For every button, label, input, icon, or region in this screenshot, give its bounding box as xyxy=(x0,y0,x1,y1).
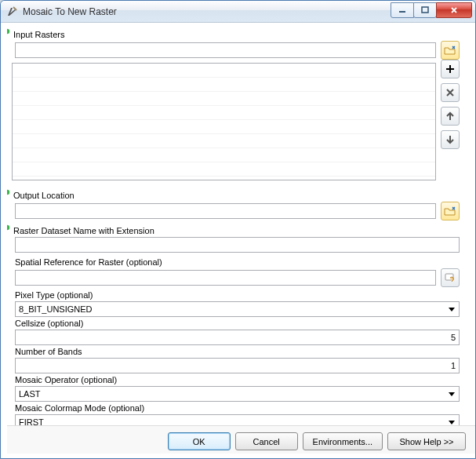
output-location-input[interactable] xyxy=(15,203,436,219)
required-marker-icon xyxy=(7,224,10,231)
svg-rect-1 xyxy=(422,7,428,13)
input-rasters-label: Input Rasters xyxy=(13,30,64,39)
browse-output-location-button[interactable] xyxy=(441,202,460,220)
move-down-button[interactable] xyxy=(441,130,460,149)
show-help-button[interactable]: Show Help >> xyxy=(387,432,466,450)
folder-open-icon xyxy=(444,206,456,217)
pixel-type-label: Pixel Type (optional) xyxy=(15,290,460,300)
close-button[interactable] xyxy=(436,2,472,18)
mosaic-op-label: Mosaic Operator (optional) xyxy=(15,375,460,384)
cellsize-label: Cellsize (optional) xyxy=(15,319,460,328)
input-rasters-list[interactable] xyxy=(12,63,436,180)
maximize-button[interactable] xyxy=(413,2,437,18)
svg-point-4 xyxy=(7,225,9,230)
cellsize-input[interactable] xyxy=(15,330,460,345)
add-item-button[interactable] xyxy=(441,60,460,78)
dataset-name-input[interactable] xyxy=(15,237,460,253)
button-bar: OK Cancel Environments... Show Help >> xyxy=(7,425,475,454)
title-bar[interactable]: Mosaic To New Raster xyxy=(1,1,475,23)
pixel-type-select[interactable] xyxy=(15,301,460,317)
colormap-select[interactable] xyxy=(15,414,460,425)
spatial-ref-label: Spatial Reference for Raster (optional) xyxy=(15,257,460,267)
dialog-window: Mosaic To New Raster Input Rasters xyxy=(0,0,476,459)
remove-item-button[interactable] xyxy=(441,83,460,102)
output-location-label: Output Location xyxy=(13,191,74,200)
environments-button[interactable]: Environments... xyxy=(303,432,383,450)
required-marker-icon xyxy=(7,189,10,195)
bands-label: Number of Bands xyxy=(15,347,460,356)
ok-button[interactable]: OK xyxy=(168,432,231,450)
minimize-button[interactable] xyxy=(391,2,414,18)
x-icon xyxy=(445,87,456,98)
bands-input[interactable] xyxy=(15,358,460,373)
cancel-button[interactable]: Cancel xyxy=(235,432,298,450)
form-scroll[interactable]: Input Rasters xyxy=(7,27,475,425)
arrow-down-icon xyxy=(445,134,456,145)
mosaic-op-select[interactable] xyxy=(15,386,460,402)
plus-icon xyxy=(445,64,456,75)
spatial-ref-input[interactable] xyxy=(15,270,436,286)
required-marker-icon xyxy=(7,28,10,35)
dataset-name-label: Raster Dataset Name with Extension xyxy=(13,226,154,235)
input-rasters-input[interactable] xyxy=(15,42,436,58)
svg-point-2 xyxy=(7,29,9,34)
move-up-button[interactable] xyxy=(441,107,460,126)
content-area: Input Rasters xyxy=(1,23,475,458)
arrow-up-icon xyxy=(445,111,456,122)
colormap-label: Mosaic Colormap Mode (optional) xyxy=(15,403,460,413)
properties-hand-icon xyxy=(444,272,456,283)
svg-rect-0 xyxy=(399,11,405,13)
svg-point-3 xyxy=(7,190,9,195)
app-icon xyxy=(5,5,18,18)
folder-open-icon xyxy=(444,45,456,56)
browse-input-rasters-button[interactable] xyxy=(441,41,460,60)
window-title: Mosaic To New Raster xyxy=(23,6,391,17)
spatial-ref-properties-button[interactable] xyxy=(441,268,460,287)
